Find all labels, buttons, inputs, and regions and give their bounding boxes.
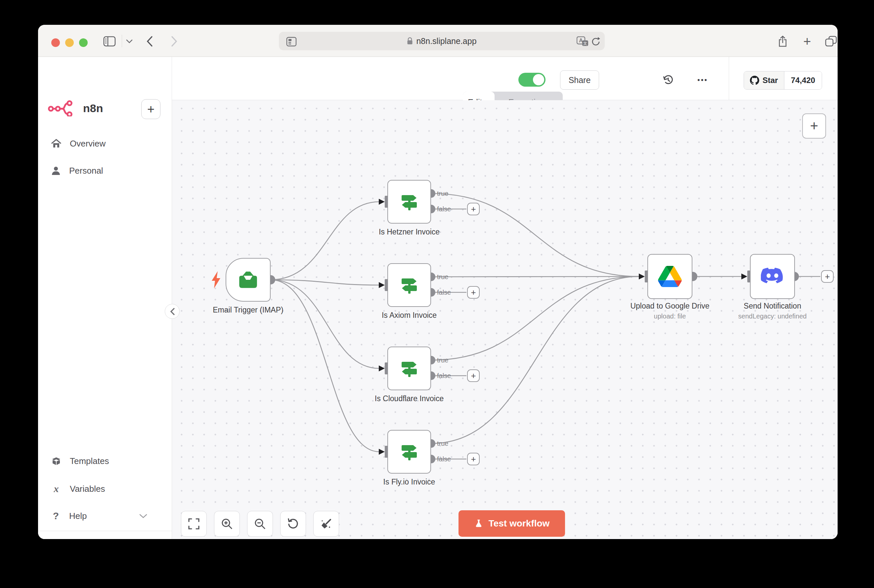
test-workflow-button[interactable]: Test workflow — [458, 510, 565, 537]
n8n-logo[interactable]: n8n — [48, 100, 103, 116]
broom-icon — [321, 518, 332, 530]
input-arrow — [379, 449, 385, 455]
port-label-true: true — [437, 440, 448, 447]
sidebar-item-variables[interactable]: x Variables — [51, 482, 105, 496]
zoom-in-button[interactable] — [214, 511, 240, 537]
port-label-false: false — [437, 455, 451, 463]
active-toggle[interactable] — [518, 73, 545, 87]
sidebar-item-templates[interactable]: Templates — [51, 454, 109, 468]
back-button[interactable] — [142, 34, 157, 49]
workflow-canvas[interactable]: true false true false true false true fa… — [172, 100, 838, 539]
sidebar-chevron-down-icon[interactable] — [123, 34, 135, 49]
trigger-bolt-icon — [210, 271, 222, 289]
undo-button[interactable] — [280, 511, 306, 537]
node-send-notification[interactable]: Send Notification sendLegacy: undefined — [750, 254, 795, 299]
add-workflow-button[interactable]: + — [141, 99, 161, 119]
sidebar-item-label: Templates — [70, 456, 109, 466]
zoom-window-button[interactable] — [79, 38, 88, 47]
input-arrow — [379, 365, 385, 371]
signpost-icon — [399, 358, 420, 379]
sidebar-item-label: Help — [69, 511, 87, 521]
node-caption: Email Trigger (IMAP) — [213, 306, 283, 315]
node-is-hetzner-invoice[interactable]: Is Hetzner Invoice — [387, 180, 431, 224]
node-is-flyio-invoice[interactable]: Is Fly.io Invoice — [387, 430, 431, 474]
node-subtitle: sendLegacy: undefined — [738, 312, 807, 320]
logo-text: n8n — [83, 102, 103, 115]
sidebar-item-personal[interactable]: Personal — [51, 164, 103, 178]
add-node-plus-button[interactable]: + — [467, 203, 480, 215]
sidebar-item-help[interactable]: ? Help — [51, 508, 87, 523]
sidebar-item-overview[interactable]: Overview — [51, 136, 105, 151]
more-options-button[interactable]: ••• — [693, 71, 712, 89]
header-divider — [729, 57, 729, 100]
browser-toolbar: n8n.sliplane.app A 文 + — [38, 25, 838, 57]
toggle-knob — [533, 74, 544, 86]
node-is-cloudflare-invoice[interactable]: Is Cloudflare Invoice — [387, 346, 431, 390]
test-workflow-label: Test workflow — [489, 518, 550, 529]
port-label-true: true — [437, 273, 448, 281]
close-window-button[interactable] — [51, 38, 60, 47]
input-arrow — [741, 273, 747, 279]
url-text: n8n.sliplane.app — [416, 36, 476, 46]
question-icon: ? — [51, 511, 60, 520]
port-label-false: false — [437, 206, 451, 213]
variable-x-icon: x — [51, 484, 61, 494]
connection-hetzner-drive — [431, 194, 640, 276]
node-email-trigger[interactable]: Email Trigger (IMAP) — [225, 258, 270, 302]
sidebar-item-label: Overview — [70, 139, 105, 149]
connection-trigger-hetzner — [270, 202, 380, 280]
node-label: Is Axiom Invoice — [382, 311, 437, 320]
box-icon — [51, 456, 61, 466]
node-upload-google-drive[interactable]: Upload to Google Drive upload: file — [647, 254, 692, 299]
add-node-plus-button[interactable]: + — [467, 286, 480, 298]
translate-icon[interactable]: A 文 — [575, 34, 590, 49]
connection-flyio-drive — [431, 276, 640, 444]
collapse-sidebar-button[interactable] — [165, 304, 180, 319]
reload-icon[interactable] — [589, 34, 602, 49]
port-label-true: true — [437, 190, 448, 197]
connection-trigger-flyio — [270, 280, 380, 452]
node-label: Is Cloudflare Invoice — [375, 394, 444, 403]
github-star-widget[interactable]: Star 74,420 — [744, 71, 822, 90]
signpost-icon — [399, 191, 420, 212]
new-tab-icon[interactable]: + — [800, 34, 815, 49]
google-drive-icon — [658, 266, 682, 287]
sidebar-item-label: Personal — [69, 166, 103, 176]
person-icon — [51, 166, 60, 175]
github-star-count[interactable]: 74,420 — [784, 71, 822, 89]
address-bar[interactable]: n8n.sliplane.app A 文 — [279, 32, 605, 50]
add-node-plus-button[interactable]: + — [467, 453, 480, 465]
input-arrow — [639, 273, 645, 279]
forward-button[interactable] — [167, 34, 182, 49]
connection-trigger-cloudflare — [270, 280, 380, 368]
share-button[interactable]: Share — [560, 70, 599, 90]
n8n-logo-icon — [48, 100, 77, 116]
minimize-window-button[interactable] — [65, 38, 74, 47]
node-label: Is Fly.io Invoice — [383, 477, 435, 486]
lock-icon — [407, 37, 413, 45]
node-caption: Is Axiom Invoice — [382, 311, 437, 320]
zoom-out-button[interactable] — [247, 511, 273, 537]
workflow-history-icon[interactable] — [659, 71, 677, 89]
zoom-to-fit-button[interactable] — [181, 511, 207, 537]
node-label: Email Trigger (IMAP) — [213, 306, 283, 315]
help-chevron-down-icon[interactable] — [139, 514, 147, 519]
node-is-axiom-invoice[interactable]: Is Axiom Invoice — [387, 263, 431, 307]
add-node-plus-button[interactable]: + — [467, 369, 480, 382]
port-label-false: false — [437, 289, 451, 296]
add-node-plus-button[interactable]: + — [821, 270, 833, 283]
connection-axiom-drive — [431, 276, 640, 277]
sidebar-toggle-icon[interactable] — [102, 34, 117, 49]
node-label: Send Notification — [738, 302, 807, 310]
svg-text:x: x — [54, 484, 59, 494]
connections-layer — [172, 100, 838, 539]
tab-overview-icon[interactable] — [823, 34, 838, 49]
svg-text:?: ? — [53, 511, 59, 520]
share-page-icon[interactable] — [775, 34, 790, 49]
node-subtitle: upload: file — [630, 312, 709, 320]
canvas-add-node-button[interactable]: + — [802, 113, 826, 139]
tidy-up-button[interactable] — [313, 511, 339, 537]
github-star-button[interactable]: Star — [744, 71, 784, 89]
star-label: Star — [763, 76, 778, 85]
signpost-icon — [399, 274, 420, 296]
